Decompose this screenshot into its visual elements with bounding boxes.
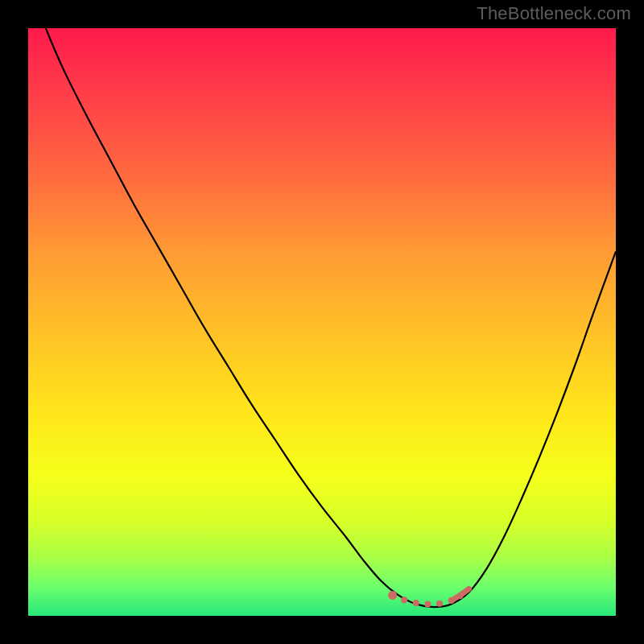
optimal-point	[424, 601, 431, 607]
optimal-point	[413, 600, 419, 606]
optimal-point	[401, 597, 407, 603]
optimal-point	[436, 601, 443, 607]
optimal-point	[388, 591, 397, 600]
chart-svg	[28, 28, 616, 616]
optimal-range-markers	[388, 588, 469, 607]
chart-area	[28, 28, 616, 616]
watermark-text: TheBottleneck.com	[477, 3, 631, 24]
bottleneck-curve	[28, 28, 616, 607]
